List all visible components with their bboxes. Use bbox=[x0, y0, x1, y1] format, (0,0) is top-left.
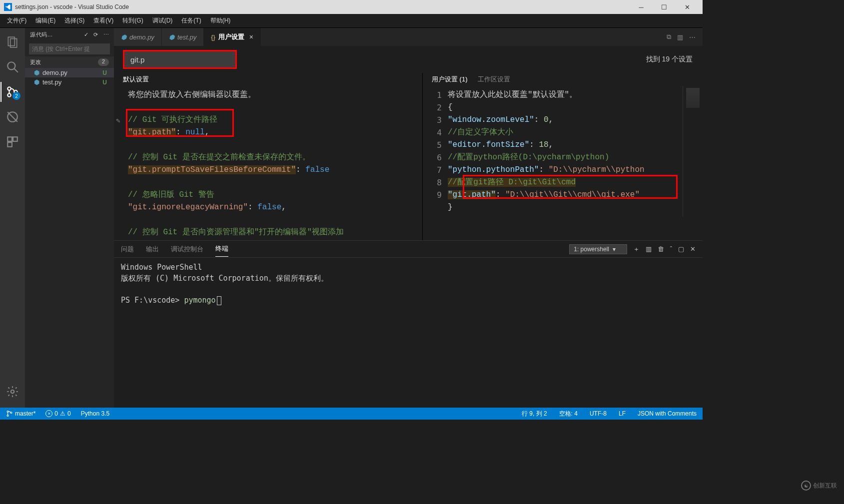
editor-comment: //配置git路径 D:\git\Git\cmd bbox=[448, 178, 576, 187]
scm-panel: 源代码… ✓ ⟳ ⋯ 更改 2 ⬢ demo.py U ⬢ test.py U bbox=[25, 28, 114, 408]
editor-comma: , bbox=[549, 115, 554, 124]
scm-header-label: 源代码… bbox=[30, 31, 53, 38]
commit-check-icon[interactable]: ✓ bbox=[84, 31, 89, 38]
editor-tab-test[interactable]: ⬢ test.py bbox=[162, 28, 204, 46]
editor-comma: , bbox=[205, 128, 210, 137]
menu-bar: 文件(F) 编辑(E) 选择(S) 查看(V) 转到(G) 调试(D) 任务(T… bbox=[0, 14, 703, 28]
svg-rect-10 bbox=[13, 137, 17, 141]
status-line-col[interactable]: 行 9, 列 2 bbox=[520, 410, 549, 418]
editor-key: "git.path" bbox=[448, 190, 496, 199]
status-python[interactable]: Python 3.5 bbox=[79, 410, 111, 417]
python-file-icon: ⬢ bbox=[121, 33, 126, 41]
editor-value: 0 bbox=[544, 115, 549, 124]
minimize-button[interactable]: ─ bbox=[630, 0, 653, 14]
close-panel-icon[interactable]: ✕ bbox=[690, 245, 696, 253]
scm-file-item[interactable]: ⬢ test.py U bbox=[25, 77, 114, 87]
status-eol[interactable]: LF bbox=[617, 410, 628, 417]
panel-tab-output[interactable]: 输出 bbox=[146, 242, 159, 257]
editor-tab-demo[interactable]: ⬢ demo.py bbox=[114, 28, 162, 46]
menu-help[interactable]: 帮助(H) bbox=[206, 15, 235, 26]
minimap[interactable] bbox=[683, 86, 703, 217]
svg-point-4 bbox=[7, 87, 11, 90]
menu-goto[interactable]: 转到(G) bbox=[118, 15, 147, 26]
default-settings-content[interactable]: ✎ 将您的设置放入右侧编辑器以覆盖。 // Git 可执行文件路径 "git.p… bbox=[114, 86, 422, 240]
workspace-settings-tab[interactable]: 工作区设置 bbox=[478, 75, 510, 84]
edit-pencil-icon[interactable]: ✎ bbox=[116, 115, 120, 127]
user-settings-content[interactable]: 将设置放入此处以覆盖"默认设置"。 { "window.zoomLevel": … bbox=[448, 86, 683, 217]
editor-comment: //自定义字体大小 bbox=[448, 128, 513, 137]
editor-comment: //配置python路径(D:\pycharm\python) bbox=[448, 153, 609, 162]
vscode-logo-icon bbox=[4, 3, 12, 11]
editor-comment: // Git 可执行文件路径 bbox=[128, 115, 217, 124]
status-spaces[interactable]: 空格: 4 bbox=[557, 410, 580, 418]
editor-key: "git.ignoreLegacyWarning" bbox=[128, 203, 248, 212]
panel-tab-problems[interactable]: 问题 bbox=[121, 242, 134, 257]
new-terminal-icon[interactable]: ＋ bbox=[633, 245, 640, 254]
json-braces-icon: {} bbox=[211, 33, 215, 41]
search-icon[interactable] bbox=[0, 57, 24, 77]
scm-more-icon[interactable]: ⋯ bbox=[103, 31, 109, 38]
editor-value: 18 bbox=[539, 140, 548, 149]
terminal-line: Windows PowerShell bbox=[121, 263, 202, 272]
menu-view[interactable]: 查看(V) bbox=[89, 15, 117, 26]
maximize-panel-icon[interactable]: ▢ bbox=[678, 245, 684, 253]
editor-area: ⬢ demo.py ⬢ test.py {} 用户设置 × ⧉ ▥ ⋯ bbox=[114, 28, 703, 408]
kill-terminal-icon[interactable]: 🗑 bbox=[658, 245, 664, 253]
status-language[interactable]: JSON with Comments bbox=[636, 410, 699, 417]
menu-selection[interactable]: 选择(S) bbox=[60, 15, 88, 26]
scm-file-item[interactable]: ⬢ demo.py U bbox=[25, 68, 114, 77]
scm-file-status: U bbox=[102, 69, 108, 76]
terminal-cursor bbox=[217, 296, 221, 305]
settings-search-input[interactable] bbox=[130, 55, 229, 64]
close-button[interactable]: ✕ bbox=[676, 0, 699, 14]
menu-tasks[interactable]: 任务(T) bbox=[177, 15, 205, 26]
commit-message-input[interactable] bbox=[29, 43, 110, 54]
editor-key: "editor.fontSize" bbox=[448, 140, 529, 149]
compare-icon[interactable]: ⧉ bbox=[667, 33, 671, 41]
scm-icon[interactable]: 2 bbox=[0, 82, 24, 102]
terminal-prompt: PS F:\vscode> bbox=[121, 296, 184, 305]
python-file-icon: ⬢ bbox=[169, 33, 174, 41]
status-errors-warnings[interactable]: ×0 ⚠0 bbox=[43, 410, 72, 417]
svg-point-2 bbox=[7, 62, 15, 69]
status-encoding[interactable]: UTF-8 bbox=[588, 410, 609, 417]
status-branch[interactable]: master* bbox=[4, 410, 37, 417]
maximize-button[interactable]: ☐ bbox=[653, 0, 676, 14]
explorer-icon[interactable] bbox=[0, 32, 24, 52]
error-icon: × bbox=[45, 410, 52, 417]
refresh-icon[interactable]: ⟳ bbox=[93, 31, 98, 38]
default-settings-editor: 默认设置 ✎ 将您的设置放入右侧编辑器以覆盖。 // Git 可执行文件路径 "… bbox=[114, 73, 423, 240]
debug-icon[interactable] bbox=[0, 107, 24, 127]
menu-edit[interactable]: 编辑(E) bbox=[31, 15, 59, 26]
scm-file-name: demo.py bbox=[42, 69, 67, 76]
settings-gear-icon[interactable] bbox=[0, 382, 24, 402]
split-terminal-icon[interactable]: ▥ bbox=[646, 245, 652, 253]
extensions-icon[interactable] bbox=[0, 132, 24, 152]
editor-key: "python.pythonPath" bbox=[448, 165, 539, 174]
scm-badge: 2 bbox=[12, 92, 20, 100]
menu-debug[interactable]: 调试(D) bbox=[148, 15, 177, 26]
editor-colon: : bbox=[248, 203, 257, 212]
editor-key: "window.zoomLevel" bbox=[448, 115, 534, 124]
terminal-select[interactable]: 1: powershell ▾ bbox=[569, 244, 627, 254]
panel-tab-terminal[interactable]: 终端 bbox=[215, 241, 228, 257]
menu-file[interactable]: 文件(F) bbox=[3, 15, 30, 26]
close-icon[interactable]: × bbox=[249, 33, 253, 41]
split-editor-icon[interactable]: ▥ bbox=[677, 33, 683, 41]
editor-tab-user-settings[interactable]: {} 用户设置 × bbox=[204, 28, 261, 46]
editor-colon: : bbox=[539, 165, 548, 174]
editor-key: "git.path" bbox=[128, 128, 176, 137]
panel-tab-debug-console[interactable]: 调试控制台 bbox=[171, 242, 203, 257]
scm-file-name: test.py bbox=[42, 78, 61, 86]
user-settings-tab[interactable]: 用户设置 (1) bbox=[432, 75, 468, 84]
default-settings-tab[interactable]: 默认设置 bbox=[123, 75, 149, 84]
line-numbers: 1 2 3 4 5 6 7 8 9 bbox=[423, 86, 448, 217]
editor-comment: // 控制 Git 是否向资源管理器和"打开的编辑器"视图添加 bbox=[128, 228, 344, 237]
collapse-panel-icon[interactable]: ˆ bbox=[670, 245, 672, 253]
tab-more-icon[interactable]: ⋯ bbox=[689, 33, 696, 41]
svg-rect-11 bbox=[7, 142, 12, 147]
terminal-content[interactable]: Windows PowerShell 版权所有 (C) Microsoft Co… bbox=[114, 258, 703, 408]
editor-value: "D:\\pycharm\\python bbox=[549, 165, 645, 174]
tab-label: 用户设置 bbox=[218, 33, 244, 40]
editor-comma: , bbox=[549, 140, 554, 149]
